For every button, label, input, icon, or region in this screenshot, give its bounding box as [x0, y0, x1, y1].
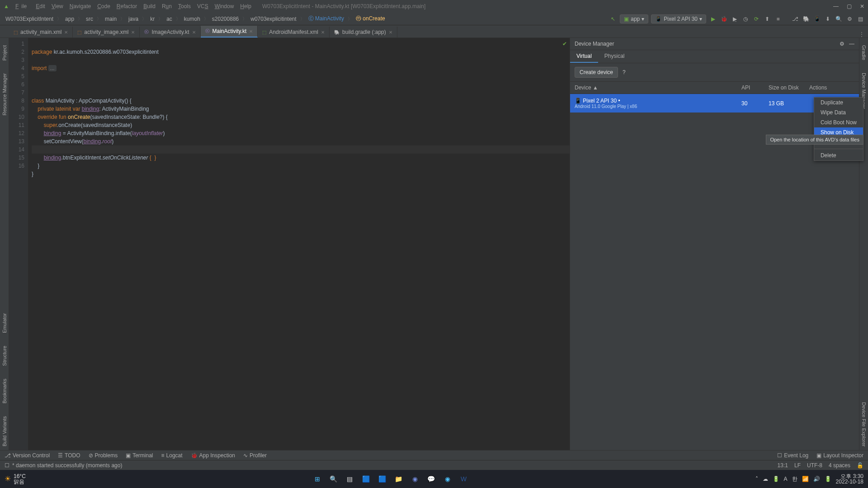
language-icon[interactable]: A [784, 476, 788, 482]
edge-icon[interactable]: ◉ [441, 473, 454, 485]
tool-build-variants[interactable]: Build Variants [1, 413, 8, 450]
avd-icon[interactable]: 📱 [813, 16, 821, 22]
tool-project[interactable]: Project [1, 42, 8, 64]
menu-file[interactable]: File [13, 2, 32, 10]
tab-manifest[interactable]: ⬚AndroidManifest.xml✕ [258, 27, 330, 38]
tab-build-gradle[interactable]: 🐘build.gradle (:app)✕ [330, 27, 397, 38]
menu-run[interactable]: Run [159, 2, 175, 10]
weather-widget[interactable]: ☀ 16°C맑음 [5, 474, 26, 484]
profile-icon[interactable]: ◷ [741, 16, 750, 22]
search-icon[interactable]: 🔍 [835, 16, 843, 22]
tool-resource-manager[interactable]: Resource Manager [1, 70, 8, 119]
line-ending[interactable]: LF [794, 462, 801, 469]
tab-physical[interactable]: Physical [598, 50, 631, 63]
encoding[interactable]: UTF-8 [807, 462, 822, 469]
menu-build[interactable]: Build [141, 2, 158, 10]
tool-device-file-explorer[interactable]: Device File Explorer [860, 399, 868, 450]
tool-terminal[interactable]: ▣ Terminal [126, 452, 153, 459]
col-size[interactable]: Size on Disk [769, 84, 809, 91]
tab-virtual[interactable]: Virtual [570, 50, 598, 63]
col-device[interactable]: Device ▲ [575, 84, 741, 91]
minimize-panel-icon[interactable]: — [849, 41, 854, 47]
tool-structure[interactable]: Structure [1, 342, 8, 370]
menu-window[interactable]: Window [212, 2, 237, 10]
attach-debugger-icon[interactable]: ⬆ [763, 16, 771, 22]
tab-activity-main[interactable]: ⬚activity_main.xml✕ [9, 27, 73, 38]
sdk-icon[interactable]: ⬇ [824, 16, 832, 22]
fold-icon[interactable]: ... [48, 65, 57, 71]
close-icon[interactable]: ✕ [389, 30, 392, 35]
git-icon[interactable]: ⎇ [791, 16, 799, 22]
menu-delete[interactable]: Delete [814, 150, 863, 160]
task-view-icon[interactable]: ▤ [344, 473, 356, 485]
debug-icon[interactable]: 🐞 [720, 16, 728, 22]
code-editor[interactable]: ✔package kr.ac.kumoh.s20200886.w0703expl… [28, 38, 570, 450]
discord-icon[interactable]: ◉ [409, 473, 421, 485]
menu-navigate[interactable]: Navigate [67, 2, 94, 10]
kakao-icon[interactable]: 💬 [425, 473, 438, 485]
menu-cold-boot[interactable]: Cold Boot Now [814, 117, 863, 127]
indent[interactable]: 4 spaces [829, 462, 850, 469]
word-icon[interactable]: W [458, 473, 470, 485]
app-icon[interactable]: 🟦 [360, 473, 373, 485]
close-icon[interactable]: ✕ [321, 30, 325, 35]
tool-event-log[interactable]: ☐ Event Log [777, 452, 808, 459]
breadcrumb[interactable]: W0703ExplicitIntent〉 app〉 src〉 main〉 jav… [0, 14, 387, 23]
battery-icon[interactable]: 🔋 [773, 476, 779, 482]
menu-view[interactable]: View [49, 2, 66, 10]
search-icon[interactable]: 🔍 [327, 473, 340, 485]
wifi-icon[interactable]: 📶 [802, 476, 809, 482]
menu-duplicate[interactable]: Duplicate [814, 98, 863, 108]
explorer-icon[interactable]: 📁 [392, 473, 405, 485]
create-device-button[interactable]: Create device [575, 67, 618, 78]
clock[interactable]: 오후 3:30 2022-10-18 [836, 474, 863, 484]
close-icon[interactable]: ✕ [192, 30, 196, 35]
close-icon[interactable]: ✕ [64, 30, 68, 35]
tool-version-control[interactable]: ⎇ Version Control [5, 452, 50, 459]
tool-layout-inspector[interactable]: ▣ Layout Inspector [816, 452, 863, 459]
settings-icon[interactable]: ⚙ [845, 16, 854, 22]
tab-activity-image[interactable]: ⬚activity_image.xml✕ [73, 27, 140, 38]
menu-vcs[interactable]: VCS [194, 2, 211, 10]
maximize-icon[interactable]: ▢ [847, 3, 852, 9]
apply-changes-icon[interactable]: ⟳ [752, 16, 760, 22]
menu-help[interactable]: Help [237, 2, 254, 10]
back-icon[interactable]: ↖ [609, 16, 617, 22]
close-icon[interactable]: ✕ [860, 3, 864, 9]
caret-position[interactable]: 13:1 [778, 462, 788, 469]
tab-more-icon[interactable]: ⋮ [855, 31, 868, 38]
tool-logcat[interactable]: ≡ Logcat [161, 452, 183, 459]
tool-gradle[interactable]: Gradle [860, 42, 868, 64]
close-icon[interactable]: ✕ [131, 30, 135, 35]
app-icon[interactable]: 🟦 [376, 473, 389, 485]
help-icon[interactable]: ? [623, 69, 626, 75]
device-combo[interactable]: 📱 Pixel 2 API 30 ▾ [651, 14, 706, 23]
menu-tools[interactable]: Tools [175, 2, 193, 10]
minimize-icon[interactable]: — [833, 3, 839, 9]
readonly-icon[interactable]: 🔓 [857, 462, 863, 469]
tool-app-inspection[interactable]: 🐞 App Inspection [191, 452, 235, 459]
tab-image-activity[interactable]: ⓀImageActivity.kt✕ [140, 27, 200, 38]
tab-main-activity[interactable]: ⓀMainActivity.kt✕ [201, 26, 258, 38]
tool-profiler[interactable]: ∿ Profiler [243, 452, 267, 459]
menu-edit[interactable]: Edit [33, 2, 48, 10]
tool-todo[interactable]: ☰ TODO [58, 452, 80, 459]
sync-icon[interactable]: 🐘 [802, 16, 810, 22]
gear-icon[interactable]: ⚙ [840, 41, 844, 47]
menu-refactor[interactable]: Refactor [114, 2, 140, 10]
tool-bookmarks[interactable]: Bookmarks [1, 375, 8, 407]
coverage-icon[interactable]: ▶̤ [731, 16, 739, 22]
stop-icon[interactable]: ■ [774, 16, 782, 22]
close-icon[interactable]: ✕ [249, 29, 253, 34]
run-config-combo[interactable]: ▣ app ▾ [620, 14, 648, 23]
run-icon[interactable]: ▶ [709, 16, 717, 22]
onedrive-icon[interactable]: ☁ [763, 476, 768, 482]
start-icon[interactable]: ⊞ [311, 473, 324, 485]
menu-code[interactable]: Code [94, 2, 113, 10]
chevron-up-icon[interactable]: ˄ [755, 476, 758, 482]
volume-icon[interactable]: 🔊 [813, 476, 820, 482]
col-api[interactable]: API [741, 84, 769, 91]
ime-icon[interactable]: 한 [792, 475, 797, 483]
menu-wipe-data[interactable]: Wipe Data [814, 108, 863, 117]
notifications-icon[interactable]: ▤ [856, 16, 864, 22]
